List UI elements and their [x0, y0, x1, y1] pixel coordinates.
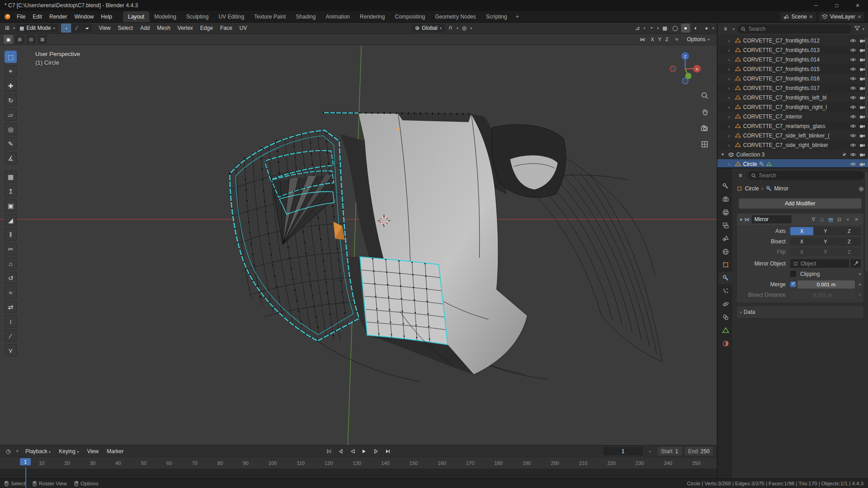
- flip-x-toggle[interactable]: X: [790, 248, 813, 256]
- disable-render-toggle[interactable]: [859, 124, 865, 128]
- workspace-tab[interactable]: Compositing: [390, 11, 430, 22]
- properties-scrollbar[interactable]: [865, 172, 868, 271]
- overlays-toggle[interactable]: [647, 24, 656, 33]
- add-modifier-button[interactable]: Add Modifier: [739, 198, 862, 209]
- display-editmode-toggle[interactable]: □: [818, 216, 826, 223]
- tool-rotate[interactable]: ↻: [5, 94, 17, 106]
- blender-logo[interactable]: [4, 13, 11, 20]
- timeline-menu-item[interactable]: Playback: [22, 447, 54, 456]
- scene-selector[interactable]: Scene: [780, 12, 816, 21]
- viewport-scene[interactable]: [0, 45, 717, 445]
- mirror-axis-toggle[interactable]: X: [649, 35, 656, 43]
- 3d-viewport[interactable]: User Perspective (1) Circle ⬚⌖✚↻▱◎✎∡▦↥▣◢…: [0, 45, 717, 445]
- modifier-extras-dropdown[interactable]: [844, 216, 852, 223]
- menu-item[interactable]: File: [13, 12, 29, 21]
- tab-object-data[interactable]: [719, 324, 732, 336]
- tool-bevel[interactable]: ◢: [5, 214, 17, 226]
- axis-x-toggle[interactable]: X: [790, 227, 813, 235]
- tab-view-layer[interactable]: [719, 219, 732, 232]
- disable-render-toggle[interactable]: [859, 86, 865, 90]
- viewport-menu-item[interactable]: UV: [236, 24, 251, 33]
- snap-caret-icon[interactable]: [457, 26, 458, 30]
- shading-material-button[interactable]: [692, 24, 701, 33]
- workspace-tab[interactable]: Modeling: [149, 11, 181, 22]
- scene-unlink-icon[interactable]: [809, 13, 813, 20]
- tool-smooth[interactable]: ≈: [5, 286, 17, 298]
- hide-viewport-toggle[interactable]: [850, 105, 856, 109]
- xray-toggle[interactable]: [660, 24, 669, 33]
- tab-modifiers[interactable]: [719, 272, 732, 284]
- animate-dot[interactable]: [859, 273, 861, 275]
- disable-render-toggle[interactable]: [859, 143, 865, 147]
- shading-rendered-button[interactable]: [702, 24, 711, 33]
- mirror-axis-toggle[interactable]: Z: [663, 35, 671, 43]
- gizmos-caret-icon[interactable]: [644, 26, 645, 30]
- timeline-ruler[interactable]: 1020304050607080901001101201301401501601…: [0, 457, 717, 469]
- disable-render-toggle[interactable]: [859, 133, 865, 138]
- hide-viewport-toggle[interactable]: [850, 114, 856, 119]
- menu-item[interactable]: Render: [46, 12, 71, 21]
- ortho-toggle-button[interactable]: [701, 140, 709, 150]
- timeline-menu-item[interactable]: Marker: [103, 447, 127, 456]
- disable-render-toggle[interactable]: [859, 162, 865, 166]
- workspace-tab[interactable]: Texture Paint: [249, 11, 291, 22]
- timeline-menu-item[interactable]: Keying: [55, 447, 82, 456]
- outliner-row[interactable]: › CORVETTE_C7_frontlights.013: [717, 45, 868, 55]
- hide-viewport-toggle[interactable]: [850, 95, 856, 100]
- disclosure-icon[interactable]: ▾: [721, 152, 726, 157]
- mirror-panel-header[interactable]: ▾ ∇ □ ▤ ⊡: [737, 213, 863, 225]
- hide-viewport-toggle[interactable]: [850, 57, 856, 62]
- merge-checkbox[interactable]: [790, 281, 796, 287]
- hide-viewport-toggle[interactable]: [850, 48, 856, 52]
- viewport-menu-item[interactable]: Face: [216, 24, 236, 33]
- hide-viewport-toggle[interactable]: [850, 67, 856, 71]
- tab-object[interactable]: [719, 259, 732, 271]
- viewport-menu-item[interactable]: Edge: [196, 24, 216, 33]
- workspace-tab[interactable]: Layout: [123, 11, 149, 22]
- viewport-menu-item[interactable]: Mesh: [153, 24, 174, 33]
- flip-z-toggle[interactable]: Z: [838, 248, 861, 256]
- tool-poly-build[interactable]: ⌂: [5, 257, 17, 270]
- outliner-row[interactable]: › CORVETTE_C7_side_right_blinker: [717, 140, 868, 150]
- outliner-row[interactable]: › CORVETTE_C7_frontlights.017: [717, 83, 868, 93]
- workspace-tab[interactable]: Geometry Nodes: [430, 11, 481, 22]
- tool-loop-cut[interactable]: ‖: [5, 228, 17, 241]
- properties-search[interactable]: [748, 171, 864, 180]
- disclosure-icon[interactable]: ›: [728, 47, 733, 53]
- hide-viewport-toggle[interactable]: [850, 162, 856, 166]
- next-keyframe-button[interactable]: [371, 447, 381, 455]
- workspace-tab[interactable]: Sculpting: [181, 11, 214, 22]
- add-workspace-button[interactable]: +: [512, 12, 523, 22]
- outliner-row[interactable]: › CORVETTE_C7_frontlights.015: [717, 64, 868, 74]
- shading-caret-icon[interactable]: [712, 26, 714, 30]
- minimize-button[interactable]: [806, 0, 826, 11]
- outliner-row[interactable]: › CORVETTE_C7_frontlights_right_l: [717, 102, 868, 112]
- timeline-editor-type-button[interactable]: [4, 447, 13, 456]
- hide-viewport-toggle[interactable]: [850, 143, 856, 147]
- mode-dropdown[interactable]: Edit Mode: [16, 24, 58, 32]
- clipping-checkbox[interactable]: [790, 271, 796, 277]
- play-reverse-button[interactable]: [348, 447, 358, 455]
- workspace-tab[interactable]: Animation: [321, 11, 355, 22]
- navigation-gizmo[interactable]: Z X: [667, 51, 703, 87]
- flip-y-toggle[interactable]: Y: [814, 248, 837, 256]
- outliner-row[interactable]: › CORVETTE_C7_frontlights.016: [717, 74, 868, 83]
- orientation-dropdown[interactable]: Global: [412, 24, 445, 32]
- disclosure-icon[interactable]: ›: [728, 142, 733, 148]
- tool-extrude[interactable]: ↥: [5, 185, 17, 197]
- disclosure-icon[interactable]: ›: [728, 95, 733, 100]
- timeline-menu-item[interactable]: View: [83, 447, 102, 456]
- select-new-button[interactable]: ▣: [4, 35, 13, 44]
- outliner-row[interactable]: › CORVETTE_C7_frontlights_left_bl: [717, 93, 868, 102]
- mirror-axis-toggle[interactable]: Y: [656, 35, 663, 43]
- tool-move[interactable]: ✚: [5, 80, 17, 92]
- prev-keyframe-button[interactable]: [336, 447, 346, 455]
- hide-viewport-toggle[interactable]: [850, 124, 856, 128]
- menu-item[interactable]: Help: [97, 12, 116, 21]
- animate-dot[interactable]: [859, 284, 861, 285]
- disclosure-icon[interactable]: ›: [728, 57, 733, 62]
- pin-icon[interactable]: [859, 185, 863, 192]
- disable-render-toggle[interactable]: [859, 48, 865, 52]
- tool-annotate[interactable]: ✎: [5, 137, 17, 150]
- falloff-icon[interactable]: [672, 35, 682, 44]
